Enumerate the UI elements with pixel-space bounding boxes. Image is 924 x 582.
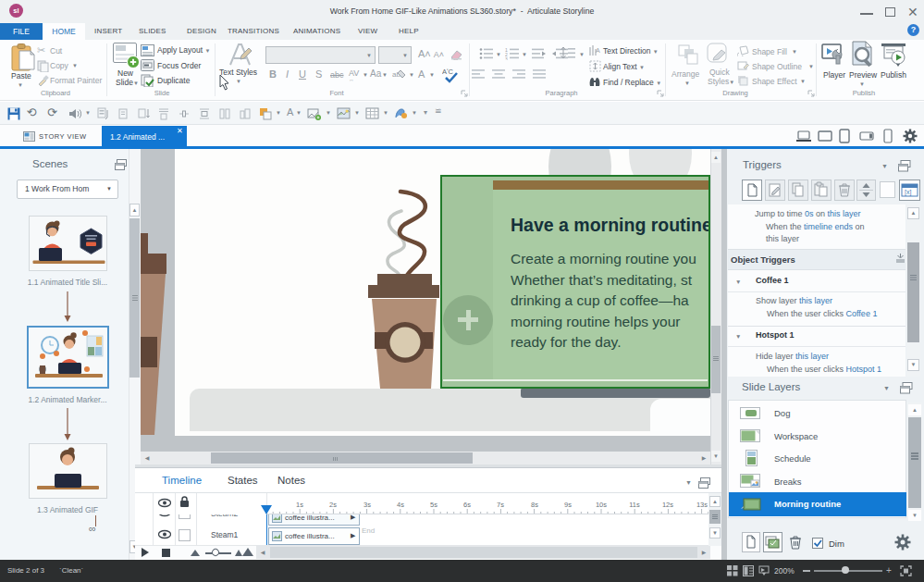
svg-text:6s: 6s xyxy=(463,501,471,509)
svg-text:11s: 11s xyxy=(629,501,640,509)
svg-text:7s: 7s xyxy=(497,501,504,509)
svg-text:3: 3 xyxy=(505,56,508,60)
svg-text:A: A xyxy=(596,47,600,54)
svg-text:[x]: [x] xyxy=(905,189,911,196)
svg-text:3s: 3s xyxy=(363,501,371,509)
svg-text:12s: 12s xyxy=(662,501,673,509)
svg-text:10s: 10s xyxy=(596,501,607,509)
svg-text:13s: 13s xyxy=(696,501,708,509)
svg-text:4s: 4s xyxy=(397,501,404,509)
svg-text:2s: 2s xyxy=(329,501,337,509)
svg-text:AʹC: AʹC xyxy=(442,68,453,76)
svg-text:5s: 5s xyxy=(430,501,437,509)
svg-text:1s: 1s xyxy=(296,501,303,509)
svg-text:9s: 9s xyxy=(564,501,572,509)
svg-text:8s: 8s xyxy=(531,501,538,509)
